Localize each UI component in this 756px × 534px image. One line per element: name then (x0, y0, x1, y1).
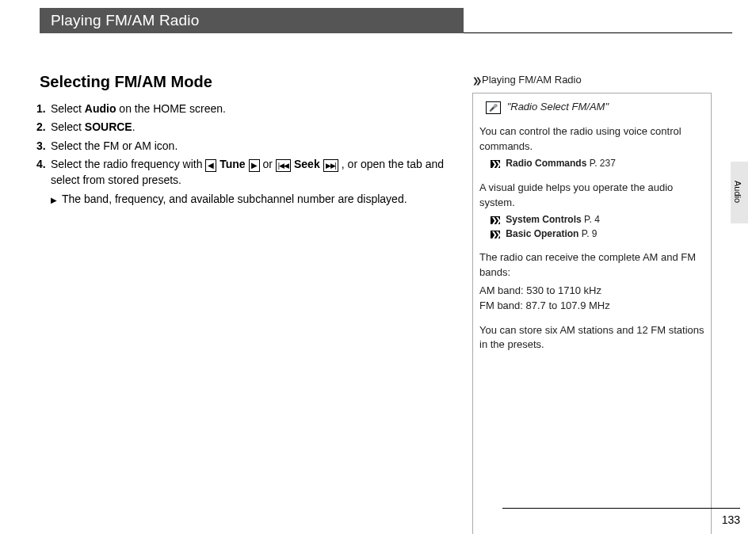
section-heading: Selecting FM/AM Mode (40, 73, 462, 91)
tune-left-icon (205, 159, 216, 172)
step-list: 1. Select Audio on the HOME screen. 2. S… (36, 101, 462, 208)
step-2: 2. Select SOURCE. (36, 119, 462, 135)
seek-next-icon (323, 159, 338, 172)
voice-command-text: "Radio Select FM/AM" (507, 101, 609, 113)
ref-basic-operation: Basic Operation P. 9 (491, 227, 704, 241)
ref-system-controls: System Controls P. 4 (491, 213, 704, 227)
step-number: 1. (36, 101, 51, 116)
step-body: Select Audio on the HOME screen. (51, 101, 462, 116)
tune-right-icon (249, 159, 260, 172)
voice-icon (486, 101, 501, 114)
main-content: Selecting FM/AM Mode 1. Select Audio on … (40, 73, 462, 210)
step-1: 1. Select Audio on the HOME screen. (36, 101, 462, 116)
page: Playing FM/AM Radio Selecting FM/AM Mode… (0, 0, 756, 534)
seek-prev-icon (276, 159, 291, 172)
step-body: Select SOURCE. (51, 119, 462, 135)
am-band-line: AM band: 530 to 1710 kHz (479, 284, 704, 299)
sidebar-paragraph: You can store six AM stations and 12 FM … (479, 323, 704, 353)
sidebar-paragraph: The radio can receive the complete AM an… (479, 250, 704, 280)
sidebar-paragraph: You can control the radio using voice co… (479, 124, 704, 154)
fm-band-line: FM band: 87.7 to 107.9 MHz (479, 299, 704, 314)
page-title: Playing FM/AM Radio (40, 8, 464, 33)
ref-radio-commands: Radio Commands P. 237 (491, 157, 704, 170)
sidebar-box: "Radio Select FM/AM" You can control the… (472, 93, 712, 534)
step-number: 4. (36, 156, 51, 208)
step-number: 2. (36, 119, 51, 135)
step-number: 3. (36, 138, 51, 154)
section-tab: Audio (731, 162, 748, 223)
sidebar: Playing FM/AM Radio "Radio Select FM/AM"… (472, 73, 712, 534)
sidebar-paragraph: A visual guide helps you operate the aud… (479, 181, 704, 211)
voice-command-row: "Radio Select FM/AM" (486, 100, 704, 115)
sidebar-title: Playing FM/AM Radio (472, 73, 712, 88)
step-body: Select the FM or AM icon. (51, 138, 462, 154)
step-note: The band, frequency, and available subch… (51, 191, 462, 207)
note-arrow-icon (51, 193, 62, 205)
page-number: 133 (722, 513, 740, 526)
title-bar: Playing FM/AM Radio (40, 8, 732, 33)
step-3: 3. Select the FM or AM icon. (36, 138, 462, 154)
step-body: Select the radio frequency with Tune or … (51, 156, 462, 208)
step-4: 4. Select the radio frequency with Tune … (36, 156, 462, 208)
section-tab-label: Audio (733, 181, 743, 203)
